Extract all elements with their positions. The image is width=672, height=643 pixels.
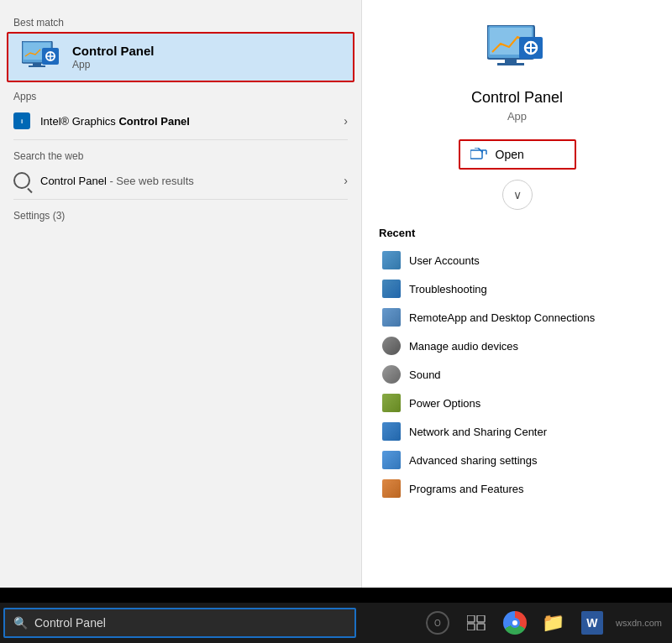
power-options-icon: [382, 394, 401, 412]
svg-rect-22: [477, 624, 485, 630]
intel-app-label: Intel® Graphics Control Panel: [40, 115, 344, 128]
svg-rect-16: [470, 150, 482, 159]
file-explorer-icon: 📁: [542, 612, 564, 634]
network-sharing-label: Network and Sharing Center: [409, 426, 547, 438]
open-button[interactable]: Open: [459, 139, 576, 170]
svg-rect-21: [467, 624, 475, 630]
word-button[interactable]: W: [574, 604, 611, 641]
manage-audio-icon: [382, 337, 401, 355]
troubleshooting-label: Troubleshooting: [409, 283, 487, 295]
troubleshooting-icon: [382, 280, 401, 298]
word-icon: W: [581, 611, 603, 635]
recent-item-programs[interactable]: Programs and Features: [379, 474, 655, 503]
svg-rect-11: [497, 63, 524, 65]
search-web-item[interactable]: Control Panel - See web results ›: [0, 165, 361, 196]
search-web-sub: - See web results: [107, 175, 194, 187]
svg-rect-3: [29, 65, 45, 67]
task-view-button[interactable]: [458, 604, 495, 641]
taskbar: 🔍 Control Panel O 📁: [0, 603, 672, 643]
expand-button[interactable]: ∨: [502, 180, 533, 210]
recent-item-network[interactable]: Network and Sharing Center: [379, 417, 655, 446]
user-accounts-icon: [382, 251, 401, 269]
recent-section-label: Recent: [379, 227, 415, 239]
user-accounts-label: User Accounts: [409, 254, 480, 267]
best-match-item[interactable]: Control Panel App: [7, 32, 354, 82]
search-web-text: Control Panel - See web results: [40, 175, 344, 187]
taskbar-search-text: Control Panel: [34, 616, 106, 630]
recent-item-sound[interactable]: Sound: [379, 360, 655, 389]
sound-label: Sound: [409, 369, 441, 381]
remoteapp-icon: [382, 308, 401, 327]
search-web-query: Control Panel: [40, 175, 107, 187]
recent-item-troubleshooting[interactable]: Troubleshooting: [379, 274, 655, 303]
network-sharing-icon: [382, 422, 401, 441]
control-panel-icon: [22, 42, 62, 72]
file-explorer-button[interactable]: 📁: [535, 604, 572, 641]
open-label: Open: [496, 148, 524, 161]
advanced-sharing-label: Advanced sharing settings: [409, 454, 537, 467]
best-match-section-label: Best match: [0, 10, 361, 32]
power-options-label: Power Options: [409, 397, 480, 410]
recent-item-power[interactable]: Power Options: [379, 389, 655, 417]
recent-items-list: User Accounts Troubleshooting RemoteApp …: [379, 246, 655, 503]
chevron-right-icon: ›: [344, 114, 348, 128]
cortana-button[interactable]: O: [419, 604, 456, 641]
apps-section-label: Apps: [0, 84, 361, 106]
search-web-chevron-icon: ›: [344, 174, 348, 187]
chrome-button[interactable]: [496, 604, 533, 641]
taskbar-search-box[interactable]: 🔍 Control Panel: [3, 608, 356, 638]
app-detail-panel: Control Panel App Open ∨ Recent Use: [361, 0, 672, 588]
best-match-text: Control Panel App: [72, 44, 155, 71]
search-web-label: Search the web: [0, 144, 361, 165]
remoteapp-label: RemoteApp and Desktop Connections: [409, 311, 595, 324]
recent-item-advanced-sharing[interactable]: Advanced sharing settings: [379, 446, 655, 474]
intel-graphics-item[interactable]: i Intel® Graphics Control Panel ›: [0, 106, 361, 136]
app-detail-title: Control Panel: [471, 89, 563, 107]
svg-rect-20: [477, 615, 485, 622]
svg-rect-19: [467, 615, 475, 622]
chrome-icon: [503, 611, 527, 635]
open-icon: [470, 148, 487, 161]
recent-item-user-accounts[interactable]: User Accounts: [379, 246, 655, 274]
recent-item-remoteapp[interactable]: RemoteApp and Desktop Connections: [379, 303, 655, 332]
search-web-icon: [13, 172, 30, 189]
settings-section-label: Settings (3): [0, 203, 361, 225]
best-match-subtitle: App: [72, 59, 155, 71]
chevron-down-icon: ∨: [513, 188, 522, 201]
intel-graphics-icon: i: [13, 112, 30, 129]
sound-icon: [382, 365, 401, 384]
wsxdn-watermark: wsxdn.com: [616, 618, 662, 628]
programs-features-icon: [382, 479, 401, 498]
task-view-icon: [467, 615, 486, 630]
search-results-panel: Best match: [0, 0, 361, 588]
advanced-sharing-icon: [382, 451, 401, 469]
recent-item-manage-audio[interactable]: Manage audio devices: [379, 332, 655, 360]
chrome-inner-circle: [510, 618, 520, 628]
best-match-title: Control Panel: [72, 44, 155, 58]
app-detail-icon: [487, 25, 548, 76]
programs-features-label: Programs and Features: [409, 483, 524, 495]
cortana-icon: O: [426, 611, 449, 635]
divider-1: [13, 139, 348, 140]
manage-audio-label: Manage audio devices: [409, 340, 518, 353]
divider-2: [13, 199, 348, 200]
taskbar-icons-group: O 📁 W wsxdn.com: [419, 604, 669, 641]
taskbar-search-icon: 🔍: [13, 616, 28, 630]
app-detail-type: App: [507, 110, 527, 123]
